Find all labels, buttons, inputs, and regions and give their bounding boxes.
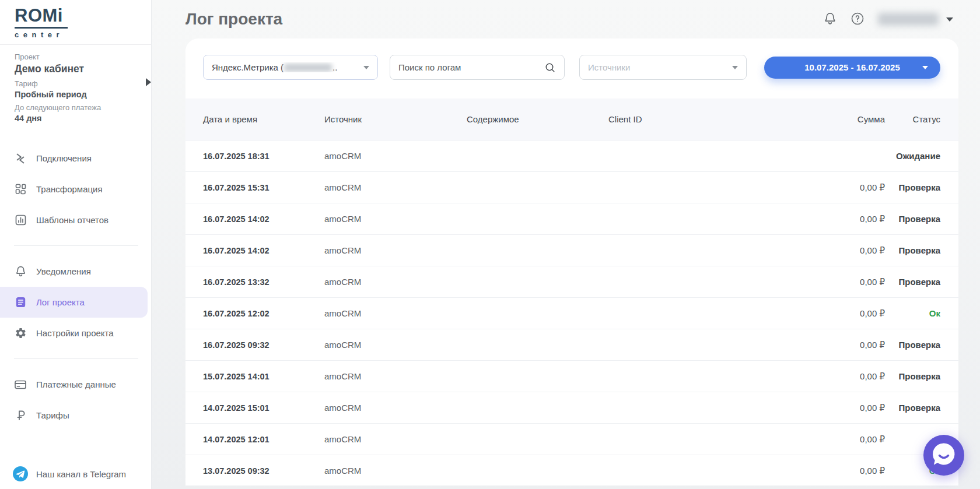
cell-status: Проверка [885,403,940,413]
search-icon[interactable] [544,62,556,73]
help-icon[interactable] [850,12,864,27]
sidebar-item-label: Подключения [36,153,92,163]
sidebar-item-transformation[interactable]: Трансформация [0,174,151,205]
table-row: 16.07.2025 14:02 amoCRM 0,00 ₽ Проверка [186,235,958,266]
gear-icon [14,327,27,340]
column-header: Сумма [792,114,885,124]
metric-dropdown-value: Яндекс.Метрика ( .. [212,62,337,72]
cell-datetime: 16.07.2025 13:32 [203,277,324,287]
project-log-icon [14,296,27,309]
table-row: 16.07.2025 12:02 amoCRM 0,00 ₽ Ок [186,298,958,329]
table-header: Дата и времяИсточникСодержимоеClient IDС… [186,98,958,140]
ruble-icon [14,409,27,422]
logo-text: ROMi [15,6,151,24]
telegram-label: Наш канал в Telegram [36,469,126,479]
cell-datetime: 16.07.2025 15:31 [203,183,324,192]
sidebar-menu-top: Подключения Трансформация Шаблоны отчето… [0,143,151,235]
sidebar-item-label: Тарифы [36,410,69,420]
sidebar-collapse-chevron-right-icon[interactable] [146,78,151,86]
divider [14,245,138,246]
cell-datetime: 16.07.2025 09:32 [203,340,324,350]
logo-subtext: center [15,30,151,39]
sidebar-item-label: Трансформация [36,184,103,194]
search-input[interactable] [398,62,544,72]
notifications-bell-icon[interactable] [823,12,837,27]
tariff-label: Тариф [15,79,137,88]
sidebar-item-gear[interactable]: Настройки проекта [0,318,151,349]
user-name-blurred [878,13,939,26]
cell-status: Проверка [885,277,940,287]
chat-widget-button[interactable] [923,434,965,476]
chevron-down-icon [946,17,953,22]
sidebar-item-connections[interactable]: Подключения [0,143,151,174]
cell-status: Проверка [885,182,940,192]
sidebar-item-report-templates[interactable]: Шаблоны отчетов [0,205,151,235]
sidebar-item-credit-card[interactable]: Платежные данные [0,369,151,400]
divider [14,358,138,359]
cell-amount: 0,00 ₽ [792,182,885,193]
sidebar-item-bell[interactable]: Уведомления [0,256,151,287]
sidebar-item-telegram[interactable]: Наш канал в Telegram [13,466,126,481]
sidebar: ROMi center Проект Демо кабинет Тариф Пр… [0,0,152,489]
metric-suffix: .. [332,62,337,72]
bell-icon [823,12,837,27]
cell-status: Проверка [885,214,940,224]
sidebar-item-project-log[interactable]: Лог проекта [0,287,148,318]
page-title: Лог проекта [186,10,282,29]
cell-source: amoCRM [324,277,467,287]
romi-logo: ROMi center [0,0,151,39]
log-search-field [390,55,565,80]
column-header: Содержимое [467,114,608,124]
column-header: Статус [885,114,940,124]
sidebar-item-ruble[interactable]: Тарифы [0,400,151,431]
credit-card-icon [14,378,27,391]
sidebar-item-label: Платежные данные [36,379,116,389]
cell-source: amoCRM [324,308,467,318]
sources-placeholder: Источники [588,62,630,72]
table-row: 16.07.2025 15:31 amoCRM 0,00 ₽ Проверка [186,172,958,203]
cell-source: amoCRM [324,371,467,381]
cell-status: Проверка [885,371,940,381]
bell-icon [14,265,27,278]
table-row: 16.07.2025 18:31 amoCRM Ожидание [186,140,958,172]
cell-status: Ожидание [885,151,940,161]
sources-dropdown[interactable]: Источники [579,55,747,80]
cell-amount: 0,00 ₽ [792,245,885,256]
cell-datetime: 15.07.2025 14:01 [203,372,324,381]
metric-dropdown[interactable]: Яндекс.Метрика ( .. [203,55,378,80]
table-row: 14.07.2025 15:01 amoCRM 0,00 ₽ Проверка [186,392,958,424]
sidebar-item-label: Лог проекта [36,297,85,307]
sidebar-item-label: Настройки проекта [36,328,114,338]
user-menu[interactable] [878,13,953,26]
metric-prefix: Яндекс.Метрика ( [212,62,284,72]
cell-source: amoCRM [324,245,467,255]
cell-amount: 0,00 ₽ [792,214,885,224]
transformation-icon [14,183,27,196]
table-row: 13.07.2025 09:32 amoCRM 0,00 ₽ Ок [186,455,958,486]
logo-underline [15,27,68,29]
cell-amount: 0,00 ₽ [792,403,885,413]
table-row: 15.07.2025 14:01 amoCRM 0,00 ₽ Проверка [186,361,958,392]
cell-status: Проверка [885,340,940,350]
cell-amount: 0,00 ₽ [792,277,885,287]
cell-source: amoCRM [324,434,467,444]
cell-source: amoCRM [324,151,467,161]
main-area: Лог проекта Яндекс.Метрика ( .. [152,0,980,489]
connections-icon [14,152,27,165]
project-name: Демо кабинет [15,63,137,75]
table-body: 16.07.2025 18:31 amoCRM Ожидание 16.07.2… [186,140,958,486]
column-header: Источник [324,114,467,124]
chevron-down-icon [922,66,928,69]
next-payment-label: До следующего платежа [15,103,137,112]
cell-status: Ок [885,308,940,318]
cell-amount: 0,00 ₽ [792,371,885,382]
column-header: Client ID [608,114,792,124]
date-range-button[interactable]: 10.07.2025 - 16.07.2025 [764,57,940,79]
chevron-down-icon [363,66,369,69]
filters-bar: Яндекс.Метрика ( .. Источники 10.07.2025… [186,38,958,80]
cell-source: amoCRM [324,466,467,476]
telegram-icon [13,466,28,481]
tariff-value: Пробный период [15,90,137,99]
cell-datetime: 16.07.2025 18:31 [203,152,324,161]
sidebar-item-label: Уведомления [36,266,91,276]
